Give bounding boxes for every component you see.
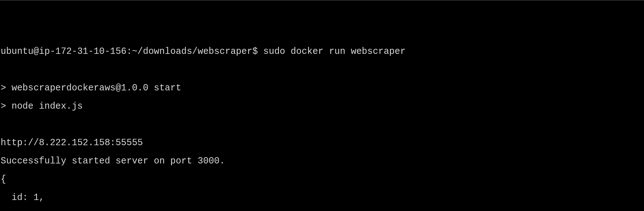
blank-line (1, 120, 643, 129)
output-id: id: 1, (1, 193, 643, 202)
output-server-started: Successfully started server on port 3000… (1, 157, 643, 166)
terminal-prompt-line[interactable]: ubuntu@ip-172-31-10-156:~/downloads/webs… (1, 47, 643, 56)
npm-start-line: > webscraperdockeraws@1.0.0 start (1, 83, 643, 93)
output-url: http://8.222.152.158:55555 (1, 138, 643, 147)
npm-node-line: > node index.js (1, 102, 643, 111)
output-object-open: { (1, 175, 643, 184)
blank-line (1, 65, 643, 74)
prompt-user-host-path: ubuntu@ip-172-31-10-156:~/downloads/webs… (1, 46, 263, 57)
typed-command: sudo docker run webscraper (263, 46, 405, 57)
